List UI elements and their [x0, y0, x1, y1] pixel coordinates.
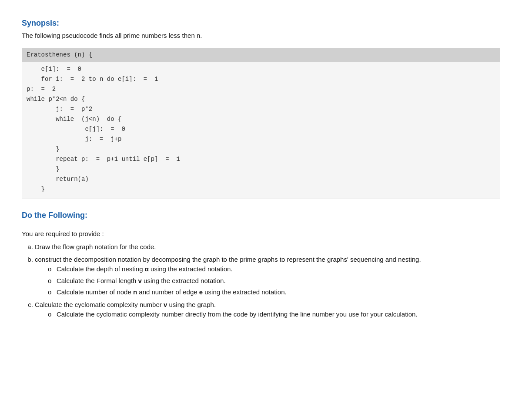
code-line: j: = j+p: [27, 134, 495, 144]
code-line: while p*2<n do {: [27, 94, 495, 104]
v-var-1: v: [138, 277, 142, 284]
instruction-item-c: Calculate the cyclomatic complexity numb…: [35, 300, 500, 320]
instruction-b-text: construct the decomposition notation by …: [35, 256, 421, 263]
code-line: e[j]: = 0: [27, 124, 495, 134]
synopsis-section: Synopsis: The following pseudocode finds…: [22, 17, 500, 41]
alpha-var: α: [145, 265, 149, 273]
pseudocode-block: Eratosthenes (n) { e[1]: = 0 for i: = 2 …: [22, 48, 500, 199]
code-header: Eratosthenes (n) {: [22, 48, 500, 62]
instructions-list: Draw the flow graph notation for the cod…: [30, 242, 500, 320]
code-line: repeat p: = p+1 until e[p] = 1: [27, 154, 495, 164]
code-line: }: [27, 144, 495, 154]
code-line: }: [27, 184, 495, 194]
subitem-b3: Calculate number of node n and number of…: [48, 287, 500, 297]
instruction-c-text: Calculate the cyclomatic complexity numb…: [35, 301, 216, 308]
code-line: return(a): [27, 174, 495, 184]
instruction-item-b: construct the decomposition notation by …: [35, 255, 500, 297]
instructions: You are required to provide : Draw the f…: [22, 229, 500, 320]
instruction-c-subitems: Calculate the cyclomatic complexity numb…: [48, 310, 500, 320]
n-var: n: [133, 288, 137, 296]
code-line: while (j<n) do {: [27, 114, 495, 124]
subitem-b2: Calculate the Formal length v using the …: [48, 276, 500, 286]
code-line: for i: = 2 to n do e[i]: = 1: [27, 74, 495, 84]
code-line: p: = 2: [27, 84, 495, 94]
v-var-2: v: [164, 301, 167, 308]
instruction-b-subitems: Calculate the depth of nesting α using t…: [48, 264, 500, 297]
code-line: j: = p*2: [27, 104, 495, 114]
code-body: e[1]: = 0 for i: = 2 to n do e[i]: = 1 p…: [22, 62, 500, 199]
do-following-section: Do the Following: You are required to pr…: [22, 210, 500, 320]
code-header-text: Eratosthenes (n) {: [27, 51, 92, 58]
synopsis-heading: Synopsis:: [22, 17, 500, 29]
required-text: You are required to provide :: [22, 229, 500, 239]
subitem-c1: Calculate the cyclomatic complexity numb…: [48, 310, 500, 320]
e-var: e: [199, 288, 203, 296]
do-following-heading: Do the Following:: [22, 210, 500, 221]
instruction-a-text: Draw the flow graph notation for the cod…: [35, 243, 156, 250]
synopsis-description: The following pseudocode finds all prime…: [22, 31, 500, 41]
code-line: }: [27, 164, 495, 174]
subitem-b1: Calculate the depth of nesting α using t…: [48, 264, 500, 274]
code-line: e[1]: = 0: [27, 64, 495, 74]
instruction-item-a: Draw the flow graph notation for the cod…: [35, 242, 500, 252]
